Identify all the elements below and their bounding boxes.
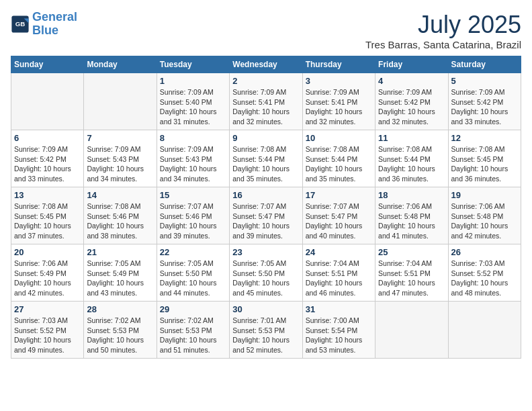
calendar-cell: 9Sunrise: 7:08 AM Sunset: 5:44 PM Daylig…	[230, 130, 302, 187]
day-info: Sunrise: 7:08 AM Sunset: 5:45 PM Dayligh…	[451, 144, 518, 184]
day-number: 26	[451, 247, 518, 257]
day-number: 29	[160, 304, 226, 314]
day-info: Sunrise: 7:07 AM Sunset: 5:46 PM Dayligh…	[160, 201, 226, 241]
calendar-week-row: 6Sunrise: 7:09 AM Sunset: 5:42 PM Daylig…	[11, 130, 521, 187]
logo-text: General Blue	[32, 11, 77, 38]
day-info: Sunrise: 7:08 AM Sunset: 5:44 PM Dayligh…	[378, 144, 445, 184]
logo: GB General Blue	[11, 11, 77, 38]
day-number: 13	[14, 190, 81, 200]
day-info: Sunrise: 7:09 AM Sunset: 5:42 PM Dayligh…	[14, 144, 81, 184]
calendar-cell: 25Sunrise: 7:04 AM Sunset: 5:51 PM Dayli…	[375, 244, 448, 302]
calendar-cell: 18Sunrise: 7:06 AM Sunset: 5:48 PM Dayli…	[375, 187, 448, 244]
svg-text:GB: GB	[15, 20, 26, 28]
calendar-cell: 26Sunrise: 7:03 AM Sunset: 5:52 PM Dayli…	[448, 244, 521, 302]
day-number: 7	[87, 133, 153, 143]
day-number: 31	[306, 304, 372, 314]
calendar-cell: 13Sunrise: 7:08 AM Sunset: 5:45 PM Dayli…	[11, 187, 84, 244]
day-number: 15	[160, 190, 226, 200]
day-number: 30	[232, 304, 299, 314]
day-info: Sunrise: 7:03 AM Sunset: 5:52 PM Dayligh…	[14, 316, 81, 355]
day-info: Sunrise: 7:04 AM Sunset: 5:51 PM Dayligh…	[378, 259, 445, 298]
day-info: Sunrise: 7:06 AM Sunset: 5:49 PM Dayligh…	[14, 259, 81, 298]
day-number: 27	[14, 304, 81, 314]
day-number: 17	[306, 190, 372, 200]
day-number: 12	[451, 133, 518, 143]
weekday-header-row: SundayMondayTuesdayWednesdayThursdayFrid…	[11, 56, 521, 73]
calendar-cell: 11Sunrise: 7:08 AM Sunset: 5:44 PM Dayli…	[375, 130, 448, 187]
day-info: Sunrise: 7:09 AM Sunset: 5:43 PM Dayligh…	[87, 144, 153, 184]
calendar-week-row: 27Sunrise: 7:03 AM Sunset: 5:52 PM Dayli…	[11, 302, 521, 359]
day-info: Sunrise: 7:09 AM Sunset: 5:41 PM Dayligh…	[306, 87, 372, 127]
day-number: 16	[232, 190, 299, 200]
day-number: 3	[306, 76, 372, 86]
calendar-cell: 2Sunrise: 7:09 AM Sunset: 5:41 PM Daylig…	[230, 73, 302, 130]
title-block: July 2025 Tres Barras, Santa Catarina, B…	[365, 11, 521, 50]
calendar-cell: 19Sunrise: 7:06 AM Sunset: 5:48 PM Dayli…	[448, 187, 521, 244]
calendar-cell: 7Sunrise: 7:09 AM Sunset: 5:43 PM Daylig…	[84, 130, 157, 187]
weekday-header: Wednesday	[230, 56, 302, 73]
day-info: Sunrise: 7:06 AM Sunset: 5:48 PM Dayligh…	[378, 201, 445, 241]
calendar-cell: 16Sunrise: 7:07 AM Sunset: 5:47 PM Dayli…	[230, 187, 302, 244]
day-info: Sunrise: 7:09 AM Sunset: 5:41 PM Dayligh…	[232, 87, 299, 127]
day-info: Sunrise: 7:09 AM Sunset: 5:42 PM Dayligh…	[378, 87, 445, 127]
calendar-cell: 20Sunrise: 7:06 AM Sunset: 5:49 PM Dayli…	[11, 244, 84, 302]
weekday-header: Friday	[375, 56, 448, 73]
calendar-cell: 22Sunrise: 7:05 AM Sunset: 5:50 PM Dayli…	[157, 244, 229, 302]
calendar-cell: 3Sunrise: 7:09 AM Sunset: 5:41 PM Daylig…	[302, 73, 375, 130]
calendar-cell: 14Sunrise: 7:08 AM Sunset: 5:46 PM Dayli…	[84, 187, 157, 244]
month-year: July 2025	[365, 11, 521, 39]
day-number: 20	[14, 247, 81, 257]
day-number: 22	[160, 247, 226, 257]
day-number: 2	[232, 76, 299, 86]
calendar-cell: 1Sunrise: 7:09 AM Sunset: 5:40 PM Daylig…	[157, 73, 229, 130]
calendar-cell: 27Sunrise: 7:03 AM Sunset: 5:52 PM Dayli…	[11, 302, 84, 359]
calendar-cell	[11, 73, 84, 130]
day-info: Sunrise: 7:05 AM Sunset: 5:50 PM Dayligh…	[232, 259, 299, 298]
weekday-header: Sunday	[11, 56, 84, 73]
calendar-week-row: 13Sunrise: 7:08 AM Sunset: 5:45 PM Dayli…	[11, 187, 521, 244]
day-info: Sunrise: 7:05 AM Sunset: 5:50 PM Dayligh…	[160, 259, 226, 298]
calendar-cell: 21Sunrise: 7:05 AM Sunset: 5:49 PM Dayli…	[84, 244, 157, 302]
weekday-header: Thursday	[302, 56, 375, 73]
calendar-cell: 8Sunrise: 7:09 AM Sunset: 5:43 PM Daylig…	[157, 130, 229, 187]
day-info: Sunrise: 7:00 AM Sunset: 5:54 PM Dayligh…	[306, 316, 372, 355]
day-info: Sunrise: 7:07 AM Sunset: 5:47 PM Dayligh…	[232, 201, 299, 241]
day-info: Sunrise: 7:08 AM Sunset: 5:45 PM Dayligh…	[14, 201, 81, 241]
day-info: Sunrise: 7:05 AM Sunset: 5:49 PM Dayligh…	[87, 259, 153, 298]
calendar-week-row: 1Sunrise: 7:09 AM Sunset: 5:40 PM Daylig…	[11, 73, 521, 130]
day-info: Sunrise: 7:01 AM Sunset: 5:53 PM Dayligh…	[232, 316, 299, 355]
day-info: Sunrise: 7:02 AM Sunset: 5:53 PM Dayligh…	[87, 316, 153, 355]
day-number: 18	[378, 190, 445, 200]
calendar-week-row: 20Sunrise: 7:06 AM Sunset: 5:49 PM Dayli…	[11, 244, 521, 302]
calendar-cell: 24Sunrise: 7:04 AM Sunset: 5:51 PM Dayli…	[302, 244, 375, 302]
day-info: Sunrise: 7:03 AM Sunset: 5:52 PM Dayligh…	[451, 259, 518, 298]
calendar-cell: 10Sunrise: 7:08 AM Sunset: 5:44 PM Dayli…	[302, 130, 375, 187]
calendar-cell: 17Sunrise: 7:07 AM Sunset: 5:47 PM Dayli…	[302, 187, 375, 244]
day-info: Sunrise: 7:08 AM Sunset: 5:44 PM Dayligh…	[306, 144, 372, 184]
calendar-cell	[448, 302, 521, 359]
logo-line1: General	[32, 10, 77, 24]
weekday-header: Monday	[84, 56, 157, 73]
day-number: 6	[14, 133, 81, 143]
weekday-header: Tuesday	[157, 56, 229, 73]
day-info: Sunrise: 7:09 AM Sunset: 5:43 PM Dayligh…	[160, 144, 226, 184]
day-number: 14	[87, 190, 153, 200]
calendar-cell: 28Sunrise: 7:02 AM Sunset: 5:53 PM Dayli…	[84, 302, 157, 359]
calendar-cell: 29Sunrise: 7:02 AM Sunset: 5:53 PM Dayli…	[157, 302, 229, 359]
calendar-cell	[84, 73, 157, 130]
day-number: 8	[160, 133, 226, 143]
location: Tres Barras, Santa Catarina, Brazil	[365, 39, 521, 50]
day-number: 19	[451, 190, 518, 200]
day-info: Sunrise: 7:04 AM Sunset: 5:51 PM Dayligh…	[306, 259, 372, 298]
day-number: 25	[378, 247, 445, 257]
day-number: 28	[87, 304, 153, 314]
calendar-cell: 23Sunrise: 7:05 AM Sunset: 5:50 PM Dayli…	[230, 244, 302, 302]
day-info: Sunrise: 7:08 AM Sunset: 5:46 PM Dayligh…	[87, 201, 153, 241]
day-number: 11	[378, 133, 445, 143]
day-number: 24	[306, 247, 372, 257]
day-info: Sunrise: 7:08 AM Sunset: 5:44 PM Dayligh…	[232, 144, 299, 184]
calendar-cell: 31Sunrise: 7:00 AM Sunset: 5:54 PM Dayli…	[302, 302, 375, 359]
calendar-cell: 4Sunrise: 7:09 AM Sunset: 5:42 PM Daylig…	[375, 73, 448, 130]
day-number: 9	[232, 133, 299, 143]
calendar-table: SundayMondayTuesdayWednesdayThursdayFrid…	[11, 56, 521, 359]
